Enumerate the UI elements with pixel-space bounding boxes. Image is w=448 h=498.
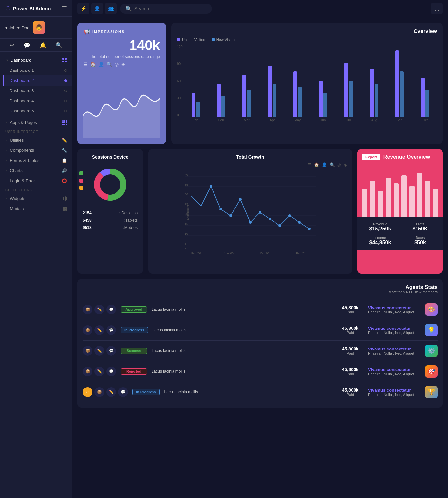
agent-edit-btn-4[interactable]: ✏️ bbox=[106, 387, 116, 397]
sidebar-user: ▾ Johen Doe 👨 bbox=[0, 17, 72, 39]
growth-tool-5[interactable]: ◎ bbox=[337, 162, 341, 167]
chat-icon[interactable]: 💬 bbox=[24, 42, 30, 48]
export-button[interactable]: Export bbox=[362, 154, 380, 160]
tool-icon-2[interactable]: 🏠 bbox=[90, 62, 96, 67]
fullscreen-btn[interactable]: ⛶ bbox=[431, 3, 443, 14]
bar-group-7 bbox=[362, 69, 386, 117]
agent-company-4: Vivamus consectetur Phaetra , Nulla , Ne… bbox=[368, 388, 420, 397]
svg-point-25 bbox=[259, 211, 261, 214]
agent-edit-btn-1[interactable]: ✏️ bbox=[94, 325, 104, 335]
growth-tool-4[interactable]: 🔍 bbox=[330, 162, 335, 167]
revenue-bars bbox=[357, 165, 443, 217]
agent-msg-btn-2[interactable]: 💬 bbox=[106, 346, 116, 356]
agent-company-name-3[interactable]: Vivamus consectetur bbox=[368, 367, 420, 372]
logout-icon[interactable]: ↩ bbox=[10, 42, 14, 48]
bar-unique-7 bbox=[370, 69, 374, 117]
topbar-right: ⛶ bbox=[431, 3, 443, 14]
growth-title: Total Growth bbox=[153, 154, 347, 160]
sidebar-item-modals[interactable]: ‹ Modals bbox=[0, 204, 72, 214]
sidebar-item-dashboard1[interactable]: Dashboard 1 bbox=[3, 65, 72, 75]
agent-company-name-2[interactable]: Vivamus consectetur bbox=[368, 347, 420, 351]
search-bar[interactable]: 🔍 bbox=[120, 4, 212, 14]
agent-view-btn-4[interactable]: 📦 bbox=[94, 387, 104, 397]
bar-unique-3 bbox=[268, 66, 272, 117]
search-input[interactable] bbox=[134, 6, 207, 11]
topbar-user-btn[interactable]: 👤 bbox=[91, 3, 103, 14]
agent-name-0: Lacus lacinia mollis bbox=[152, 307, 333, 312]
charts-icon: 🔊 bbox=[62, 168, 67, 173]
nav-label: Utilities bbox=[10, 138, 24, 143]
sidebar-item-dashboard4[interactable]: Dashboard 4 bbox=[3, 96, 72, 106]
rev-bar-4 bbox=[386, 178, 391, 217]
y-label-0: 0 bbox=[177, 113, 183, 117]
sidebar-item-dashboard3[interactable]: Dashboard 3 bbox=[3, 86, 72, 96]
sidebar-item-components[interactable]: ‹ Components 🔧 bbox=[0, 145, 72, 155]
bar-group-5 bbox=[311, 81, 335, 117]
svg-point-28 bbox=[288, 214, 291, 217]
bar-new-9 bbox=[425, 90, 429, 117]
agent-special-btn-4[interactable]: ↩ bbox=[83, 387, 92, 397]
tool-icon-5[interactable]: ◎ bbox=[115, 62, 119, 67]
components-icon: 🔧 bbox=[62, 148, 67, 153]
agent-company-name-1[interactable]: Vivamus consectetur bbox=[368, 326, 420, 331]
agent-company-name-0[interactable]: Vivamus consectetur bbox=[368, 305, 420, 310]
sidebar-item-dashboard2[interactable]: Dashboard 2 bbox=[3, 75, 72, 86]
svg-point-20 bbox=[210, 185, 212, 188]
agent-view-btn-3[interactable]: 📦 bbox=[83, 367, 92, 376]
sidebar-item-apps-pages[interactable]: ‹ Apps & Pages bbox=[0, 117, 72, 128]
agent-edit-btn-2[interactable]: ✏️ bbox=[94, 346, 104, 356]
agent-edit-btn-0[interactable]: ✏️ bbox=[94, 305, 104, 314]
agent-company-tags-2: Phaetra , Nulla , Nec, Aliquet bbox=[368, 351, 420, 355]
topbar-settings-btn[interactable]: ⚡ bbox=[77, 3, 89, 14]
topbar-user2-btn[interactable]: 👥 bbox=[105, 3, 117, 14]
growth-tool-3[interactable]: 👤 bbox=[322, 162, 327, 167]
growth-tool-2[interactable]: 🏠 bbox=[314, 162, 319, 167]
rev-bar-7 bbox=[409, 186, 415, 217]
rev-stat-income: Income $44,850k bbox=[362, 236, 398, 246]
tool-icon-4[interactable]: 🔍 bbox=[107, 62, 112, 67]
growth-tool-1[interactable]: ☰ bbox=[307, 162, 311, 167]
sidebar-item-login-error[interactable]: ‹ Login & Error ⭕ bbox=[0, 176, 72, 186]
agent-row-2: 📦 ✏️ 💬 Success Lacus lacinia mollis 45,8… bbox=[83, 341, 438, 361]
agent-msg-btn-1[interactable]: 💬 bbox=[106, 325, 116, 335]
bar-unique-9 bbox=[421, 78, 425, 117]
agent-amount-2: 45,800k Paid bbox=[337, 346, 363, 355]
svg-text:Engagement: Engagement bbox=[186, 205, 189, 220]
sidebar-item-utilities[interactable]: ‹ Utilities ✏️ bbox=[0, 135, 72, 145]
search-icon[interactable]: 🔍 bbox=[56, 42, 62, 48]
agent-edit-btn-3[interactable]: ✏️ bbox=[94, 367, 104, 376]
bar-unique-1 bbox=[217, 84, 221, 117]
tool-icon-6[interactable]: ◈ bbox=[121, 62, 125, 67]
apps-grid-icon bbox=[62, 120, 67, 125]
user-avatar[interactable]: 👨 bbox=[33, 21, 45, 34]
agent-msg-btn-4[interactable]: 💬 bbox=[118, 387, 128, 397]
sidebar-item-widgets[interactable]: ‹ Widgets bbox=[0, 193, 72, 204]
tool-icon-1[interactable]: ☰ bbox=[83, 62, 88, 67]
sidebar-item-dashboard[interactable]: ▾ Dashboard bbox=[0, 55, 72, 65]
agent-amount-value-2: 45,800k bbox=[337, 346, 363, 351]
agent-company-name-4[interactable]: Vivamus consectetur bbox=[368, 388, 420, 393]
sidebar-menu-icon[interactable]: ☰ bbox=[62, 5, 67, 12]
agent-logo-2: ⚙️ bbox=[425, 345, 438, 357]
agent-view-btn-2[interactable]: 📦 bbox=[83, 346, 92, 356]
sidebar-item-forms-tables[interactable]: ‹ Forms & Tables 📋 bbox=[0, 155, 72, 166]
notification-icon[interactable]: 🔔 bbox=[40, 42, 46, 48]
sidebar-item-dashboard5[interactable]: Dashboard 5 bbox=[3, 106, 72, 116]
svg-text:5: 5 bbox=[185, 242, 186, 245]
bar-unique-4 bbox=[293, 71, 297, 117]
agent-view-btn-1[interactable]: 📦 bbox=[83, 325, 92, 335]
agent-amount-label-4: Paid bbox=[337, 393, 363, 397]
growth-tool-6[interactable]: ◈ bbox=[344, 162, 347, 167]
agent-status-4: In Progress bbox=[132, 389, 160, 395]
tool-icon-3[interactable]: 👤 bbox=[98, 62, 104, 67]
agent-name-3: Lacus lacinia mollis bbox=[152, 369, 333, 374]
rev-stat-label-income: Income bbox=[362, 236, 398, 240]
svg-text:10: 10 bbox=[185, 232, 188, 235]
agent-msg-btn-0[interactable]: 💬 bbox=[106, 305, 116, 314]
overview-title: Overview bbox=[177, 29, 437, 34]
agent-msg-btn-3[interactable]: 💬 bbox=[106, 367, 116, 376]
overview-legend: Unique Visitors New Visitors bbox=[177, 38, 437, 42]
sidebar-item-charts[interactable]: ‹ Charts 🔊 bbox=[0, 166, 72, 176]
agent-view-btn-0[interactable]: 📦 bbox=[83, 305, 92, 314]
agent-amount-label-1: Paid bbox=[337, 331, 363, 335]
